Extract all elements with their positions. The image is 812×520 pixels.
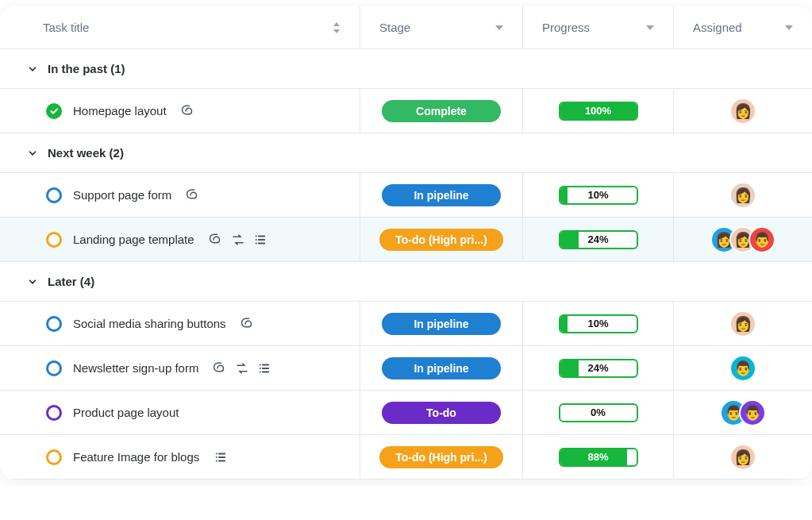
task-row[interactable]: Support page form In pipeline 10% 👩: [0, 173, 812, 218]
assigned-cell[interactable]: 👨👨: [674, 391, 812, 434]
status-open-icon[interactable]: [46, 232, 62, 248]
subtasks-icon[interactable]: [257, 361, 271, 376]
task-title-cell[interactable]: Homepage layout: [0, 89, 360, 133]
progress-bar[interactable]: 10%: [559, 314, 638, 333]
assigned-cell[interactable]: 👩: [674, 302, 812, 345]
stage-cell[interactable]: To-do: [360, 391, 523, 434]
avatar[interactable]: 👨: [749, 226, 775, 253]
attachment-icon[interactable]: [181, 104, 195, 118]
stage-pill[interactable]: To-do (High pri...): [379, 229, 503, 251]
progress-cell[interactable]: 24%: [523, 218, 674, 261]
task-title: Homepage layout: [73, 104, 167, 117]
sort-icon[interactable]: [333, 22, 341, 33]
status-open-icon[interactable]: [46, 187, 62, 203]
progress-cell[interactable]: 88%: [523, 435, 674, 479]
progress-bar[interactable]: 10%: [559, 186, 638, 205]
progress-cell[interactable]: 0%: [523, 391, 674, 434]
subtasks-icon[interactable]: [214, 450, 228, 464]
task-indicator-icons: [186, 188, 200, 202]
chevron-down-icon[interactable]: [495, 25, 503, 30]
avatar[interactable]: 👨: [729, 355, 756, 382]
task-row[interactable]: Homepage layout Complete 100% 👩: [0, 89, 812, 133]
task-title-cell[interactable]: Support page form: [0, 173, 360, 217]
stage-cell[interactable]: To-do (High pri...): [360, 435, 523, 479]
stage-pill[interactable]: In pipeline: [382, 357, 501, 379]
avatar[interactable]: 👨: [739, 399, 766, 426]
group-header[interactable]: Next week (2): [0, 133, 812, 173]
avatar-stack[interactable]: 👩: [729, 310, 756, 337]
chevron-down-icon[interactable]: [27, 276, 38, 287]
stage-pill[interactable]: To-do (High pri...): [379, 446, 503, 468]
progress-cell[interactable]: 10%: [523, 173, 674, 217]
progress-cell[interactable]: 10%: [523, 302, 674, 345]
stage-pill[interactable]: In pipeline: [382, 313, 501, 335]
stage-pill[interactable]: To-do: [382, 402, 501, 424]
attachment-icon[interactable]: [213, 361, 227, 376]
avatar-stack[interactable]: 👩: [729, 182, 756, 209]
stage-cell[interactable]: To-do (High pri...): [360, 218, 523, 261]
task-row[interactable]: Product page layout To-do 0% 👨👨: [0, 391, 812, 435]
column-header-task-title[interactable]: Task title: [0, 6, 360, 48]
assigned-cell[interactable]: 👨: [674, 346, 812, 390]
group-header[interactable]: Later (4): [0, 262, 812, 302]
assigned-cell[interactable]: 👩: [674, 435, 812, 479]
avatar-stack[interactable]: 👩: [729, 98, 756, 125]
status-open-icon[interactable]: [46, 316, 62, 332]
status-open-icon[interactable]: [46, 449, 62, 465]
task-title-cell[interactable]: Feature Image for blogs: [0, 435, 360, 479]
recurring-icon[interactable]: [235, 361, 249, 376]
chevron-down-icon[interactable]: [27, 148, 38, 159]
column-header-assigned[interactable]: Assigned: [674, 6, 812, 48]
task-indicator-icons: [214, 450, 228, 464]
stage-cell[interactable]: In pipeline: [360, 302, 523, 345]
task-row[interactable]: Social media sharing buttons In pipeline…: [0, 302, 812, 346]
column-header-progress[interactable]: Progress: [523, 6, 674, 48]
group-label: In the past (1): [48, 62, 125, 75]
avatar-stack[interactable]: 👩👩👨: [710, 226, 775, 253]
chevron-down-icon[interactable]: [785, 25, 793, 30]
avatar-stack[interactable]: 👩: [729, 444, 756, 471]
assigned-cell[interactable]: 👩: [674, 173, 812, 217]
stage-pill[interactable]: Complete: [382, 100, 501, 122]
progress-bar[interactable]: 100%: [559, 102, 638, 121]
assigned-cell[interactable]: 👩: [674, 89, 812, 133]
attachment-icon[interactable]: [186, 188, 200, 202]
task-title-cell[interactable]: Social media sharing buttons: [0, 302, 360, 345]
recurring-icon[interactable]: [231, 233, 245, 247]
avatar-stack[interactable]: 👨👨: [720, 399, 766, 426]
progress-cell[interactable]: 24%: [523, 346, 674, 390]
progress-bar[interactable]: 88%: [559, 448, 638, 467]
task-title-cell[interactable]: Newsletter sign-up form: [0, 346, 360, 390]
assigned-cell[interactable]: 👩👩👨: [674, 218, 812, 261]
progress-cell[interactable]: 100%: [523, 89, 674, 133]
stage-cell[interactable]: Complete: [360, 89, 523, 133]
stage-cell[interactable]: In pipeline: [360, 346, 523, 390]
column-header-stage[interactable]: Stage: [360, 6, 523, 48]
attachment-icon[interactable]: [241, 317, 255, 331]
task-title-cell[interactable]: Product page layout: [0, 391, 360, 434]
task-row[interactable]: Newsletter sign-up form In pipeline 24% …: [0, 346, 812, 391]
subtasks-icon[interactable]: [253, 233, 267, 247]
progress-bar[interactable]: 24%: [559, 359, 638, 378]
chevron-down-icon[interactable]: [27, 64, 38, 75]
task-row[interactable]: Feature Image for blogs To-do (High pri.…: [0, 435, 812, 480]
avatar-stack[interactable]: 👨: [729, 355, 756, 382]
status-open-icon[interactable]: [46, 405, 62, 421]
avatar[interactable]: 👩: [729, 98, 756, 125]
status-complete-icon[interactable]: [46, 103, 62, 119]
avatar[interactable]: 👩: [729, 182, 756, 209]
status-open-icon[interactable]: [46, 360, 62, 376]
avatar[interactable]: 👩: [729, 310, 756, 337]
avatar[interactable]: 👩: [729, 444, 756, 471]
stage-cell[interactable]: In pipeline: [360, 173, 523, 217]
group-header[interactable]: In the past (1): [0, 49, 812, 89]
task-title: Newsletter sign-up form: [73, 361, 198, 375]
stage-pill[interactable]: In pipeline: [382, 184, 501, 206]
progress-bar[interactable]: 0%: [559, 403, 638, 422]
task-title-cell[interactable]: Landing page template: [0, 218, 360, 261]
task-row[interactable]: Landing page template To-do (High pri...…: [0, 218, 812, 262]
task-title: Support page form: [73, 188, 171, 202]
chevron-down-icon[interactable]: [646, 25, 654, 30]
progress-bar[interactable]: 24%: [559, 230, 638, 249]
attachment-icon[interactable]: [209, 233, 223, 247]
